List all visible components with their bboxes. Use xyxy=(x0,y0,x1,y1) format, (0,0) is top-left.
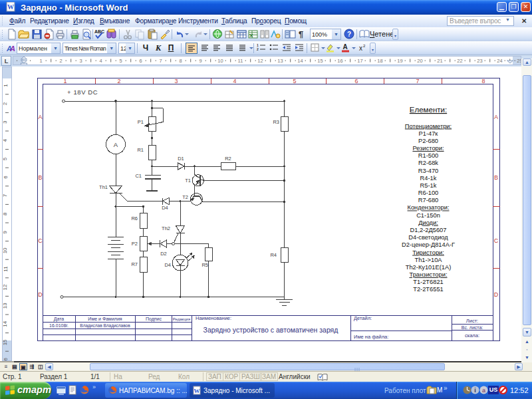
svg-text:3: 3 xyxy=(174,78,178,84)
svg-text:Лист:: Лист: xyxy=(466,318,478,324)
svg-text:T1: T1 xyxy=(185,178,191,184)
svg-text:+ 18V DC: + 18V DC xyxy=(67,88,98,96)
svg-text:R2-68k: R2-68k xyxy=(418,160,438,166)
svg-text:16: 16 xyxy=(337,58,342,64)
svg-text:C: C xyxy=(38,237,43,244)
svg-text:15: 15 xyxy=(3,339,9,345)
svg-text:C: C xyxy=(494,237,499,244)
svg-text:Елементи:: Елементи: xyxy=(410,106,447,114)
svg-text:Транзистори:: Транзистори: xyxy=(409,271,447,278)
svg-text:Тиристори:: Тиристори: xyxy=(412,249,444,256)
svg-text:23: 23 xyxy=(477,58,482,64)
svg-text:4: 4 xyxy=(233,78,236,84)
svg-text:12: 12 xyxy=(3,284,9,290)
svg-text:B: B xyxy=(38,174,42,181)
svg-text:D2-ценер-Д814А-Г: D2-ценер-Д814А-Г xyxy=(402,241,455,248)
svg-text:22: 22 xyxy=(457,58,462,64)
svg-text:14: 14 xyxy=(3,321,9,327)
svg-text:Диоди:: Диоди: xyxy=(418,219,438,226)
svg-text:Подпис: Подпис xyxy=(146,317,162,322)
svg-text:3: 3 xyxy=(3,120,9,124)
svg-text:11: 11 xyxy=(238,58,243,64)
svg-text:i: i xyxy=(474,387,476,394)
svg-text:D2: D2 xyxy=(160,251,167,257)
svg-text:2: 2 xyxy=(363,44,366,48)
svg-text:Име на файла:: Име на файла: xyxy=(354,334,388,340)
svg-text:2: 2 xyxy=(3,102,9,105)
svg-text:Th2-Ку101Е(1А): Th2-Ку101Е(1А) xyxy=(406,264,451,271)
svg-text:2: 2 xyxy=(59,58,62,64)
svg-text:7: 7 xyxy=(3,194,9,197)
svg-text:13: 13 xyxy=(277,58,283,64)
svg-text:Th1: Th1 xyxy=(99,184,108,190)
svg-text:15: 15 xyxy=(317,58,323,64)
svg-text:6: 6 xyxy=(3,176,9,179)
svg-text:2: 2 xyxy=(117,78,120,84)
svg-text:R5-1k: R5-1k xyxy=(420,182,437,189)
svg-text:16.0108г.: 16.0108г. xyxy=(49,323,68,328)
svg-text:18: 18 xyxy=(377,58,382,64)
svg-text:скала:: скала: xyxy=(465,332,479,338)
svg-text:16: 16 xyxy=(3,358,9,360)
svg-text:20: 20 xyxy=(417,58,422,64)
svg-text:8: 8 xyxy=(179,58,182,64)
svg-text:?: ? xyxy=(347,31,351,38)
svg-text:5: 5 xyxy=(119,58,122,64)
svg-text:1: 1 xyxy=(63,78,66,84)
svg-text:4: 4 xyxy=(99,58,102,64)
svg-text:T2: T2 xyxy=(182,194,188,200)
svg-text:Р2-680: Р2-680 xyxy=(418,138,438,144)
svg-text:10: 10 xyxy=(3,247,9,253)
svg-text:R7-680: R7-680 xyxy=(418,197,439,203)
svg-text:B: B xyxy=(494,174,498,181)
svg-text:21: 21 xyxy=(437,58,442,64)
svg-text:D: D xyxy=(38,291,43,298)
svg-text:T1-2Т6821: T1-2Т6821 xyxy=(413,279,443,285)
svg-text:9: 9 xyxy=(3,231,9,234)
svg-text:5: 5 xyxy=(293,78,296,84)
svg-text:1: 1 xyxy=(3,84,9,87)
svg-text:3: 3 xyxy=(79,58,82,64)
svg-text:14: 14 xyxy=(297,58,303,64)
svg-text:D1: D1 xyxy=(178,156,184,162)
svg-text:Зарядно устройство с автоматич: Зарядно устройство с автоматичен заряд xyxy=(203,326,338,334)
svg-text:R3: R3 xyxy=(273,119,279,125)
svg-text:Редакция: Редакция xyxy=(173,317,190,321)
svg-text:P2: P2 xyxy=(132,241,138,247)
svg-text:R4: R4 xyxy=(270,252,277,258)
svg-text:Р1-47к: Р1-47к xyxy=(419,130,439,137)
svg-text:R6: R6 xyxy=(131,215,138,221)
svg-text:D4: D4 xyxy=(164,262,171,268)
svg-text:6: 6 xyxy=(139,58,142,64)
svg-text:R7: R7 xyxy=(131,261,138,267)
svg-text:¶: ¶ xyxy=(299,29,303,39)
svg-text:x: x xyxy=(359,45,362,52)
svg-text:R4-1k: R4-1k xyxy=(420,175,437,182)
svg-text:А: А xyxy=(114,141,118,148)
svg-text:Потенциометри:: Потенциометри: xyxy=(405,123,452,130)
svg-text:Име и Фамилия: Име и Фамилия xyxy=(88,317,122,321)
svg-text:A: A xyxy=(342,43,347,51)
svg-text:8: 8 xyxy=(3,212,9,215)
svg-text:Вс. листа:: Вс. листа: xyxy=(462,325,483,330)
svg-text:7: 7 xyxy=(159,58,162,64)
svg-text:Дата: Дата xyxy=(54,317,65,322)
svg-text:W: W xyxy=(194,388,200,394)
svg-text:ABC: ABC xyxy=(94,29,104,34)
svg-text:10: 10 xyxy=(217,58,223,64)
svg-text:X: X xyxy=(249,33,253,39)
svg-text:9: 9 xyxy=(199,58,201,64)
svg-text:7: 7 xyxy=(416,78,419,84)
svg-text:R3-470: R3-470 xyxy=(418,168,439,174)
svg-text:D: D xyxy=(494,291,499,298)
svg-text:R6-100: R6-100 xyxy=(418,190,439,196)
svg-text:24: 24 xyxy=(497,58,502,64)
svg-text:11: 11 xyxy=(3,266,9,272)
svg-text:Детайл:: Детайл: xyxy=(354,315,372,321)
svg-text:P1: P1 xyxy=(138,119,144,125)
svg-text:D4-светодиод: D4-светодиод xyxy=(408,234,448,241)
svg-text:8: 8 xyxy=(481,78,485,84)
svg-text:17: 17 xyxy=(357,58,362,64)
svg-text:R5: R5 xyxy=(201,262,208,268)
svg-text:T2-2Т6551: T2-2Т6551 xyxy=(413,286,443,293)
